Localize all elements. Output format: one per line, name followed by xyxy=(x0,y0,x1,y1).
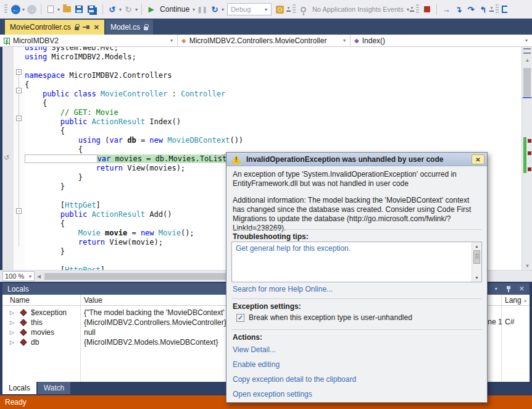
redo-dropdown-arrow[interactable]: ▾ xyxy=(135,7,138,12)
debug-configuration-combo[interactable]: Debug ▾ xyxy=(227,3,272,15)
window-position-dropdown-icon[interactable]: ▾ xyxy=(495,286,497,292)
tab-model-cs[interactable]: Model.cs xyxy=(106,20,153,35)
code-line[interactable]: { xyxy=(25,99,522,108)
code-line[interactable]: public class MovieController : Controlle… xyxy=(25,90,522,99)
pin-icon[interactable] xyxy=(505,285,512,293)
application-insights-dropdown-arrow[interactable]: ▾ xyxy=(407,7,409,12)
code-line[interactable] xyxy=(25,62,522,71)
tip-link[interactable]: Get general help for this exception. xyxy=(236,244,351,253)
scroll-up-arrow[interactable]: ▲ xyxy=(522,57,532,63)
toolbar-grip[interactable] xyxy=(4,4,7,14)
step-into-button[interactable]: ↴ xyxy=(454,2,463,16)
open-file-button[interactable] xyxy=(62,2,72,16)
new-item-button[interactable] xyxy=(46,2,56,16)
column-header-value[interactable]: Value xyxy=(84,295,102,305)
fold-collapse-button[interactable]: - xyxy=(16,116,22,121)
continue-dropdown-arrow[interactable]: ▾ xyxy=(193,7,195,12)
continue-button[interactable]: ▶ xyxy=(146,2,156,16)
expand-triangle-icon[interactable]: ▷ xyxy=(10,327,14,337)
break-checkbox[interactable]: ✓ xyxy=(236,314,244,322)
code-token: HttpPost xyxy=(65,266,101,270)
scroll-left-arrow[interactable]: ◀ xyxy=(37,274,41,279)
break-all-button[interactable]: ❚❚ xyxy=(197,2,207,16)
toolbar-overflow-button[interactable]: ▾▬ xyxy=(286,7,291,12)
stop-debugging-button[interactable] xyxy=(422,2,432,16)
code-text: // GET: Movie xyxy=(60,108,118,117)
scroll-up-arrow[interactable]: ▲ xyxy=(523,298,528,303)
code-line[interactable]: using System.Web.Mvc; xyxy=(25,47,522,53)
editor-vertical-scrollbar[interactable]: ▲ ▼ xyxy=(522,47,532,270)
scroll-up-arrow[interactable]: ▲ xyxy=(472,244,481,248)
toolbar-overflow-button[interactable]: ▾▬ xyxy=(410,7,414,12)
undo-dropdown-arrow[interactable]: ▾ xyxy=(119,7,122,12)
expand-triangle-icon[interactable]: ▷ xyxy=(10,308,14,318)
navigate-back-button[interactable]: ← xyxy=(10,2,20,16)
stop-icon xyxy=(424,6,430,12)
troubleshooting-tips-listbox[interactable]: Get general help for this exception. ▲ ▼ xyxy=(231,242,482,282)
step-out-button[interactable]: ↰ xyxy=(478,2,488,16)
exception-dialog-titlebar[interactable]: InvalidOperationException was unhandled … xyxy=(227,153,487,166)
undo-button[interactable]: ↺ xyxy=(107,2,117,16)
restart-button[interactable]: ↻ xyxy=(210,2,220,16)
show-next-statement-button[interactable]: → xyxy=(441,2,451,16)
code-line[interactable]: { xyxy=(25,127,522,136)
tab-moviecontroller-cs[interactable]: MovieController.cs ✕ xyxy=(5,20,104,35)
editor-splitter-handle[interactable] xyxy=(523,48,531,54)
column-header-lang[interactable]: Lang xyxy=(505,295,522,305)
action-enable-editing-link[interactable]: Enable editing xyxy=(233,360,280,369)
tab-watch[interactable]: Watch xyxy=(38,382,71,394)
type-dropdown[interactable]: ◈ MicroIMDBV2.Controllers.MovieControlle… xyxy=(178,35,351,46)
save-button[interactable] xyxy=(74,2,84,16)
tab-locals[interactable]: Locals xyxy=(2,382,36,394)
expand-triangle-icon[interactable]: ▷ xyxy=(10,318,14,327)
step-over-button[interactable]: ↷ xyxy=(466,2,476,16)
action-open-exception-settings-link[interactable]: Open exception settings xyxy=(233,390,312,398)
project-dropdown[interactable]: MicroIMDBV2 ▾ xyxy=(0,35,178,46)
code-line[interactable]: public ActionResult Index() xyxy=(25,117,522,127)
new-item-dropdown-arrow[interactable]: ▾ xyxy=(57,7,60,12)
code-line[interactable]: using (var db = new MovieDBContext()) xyxy=(25,136,522,145)
code-indent xyxy=(25,117,60,127)
fold-collapse-button[interactable]: - xyxy=(16,208,22,214)
action-view-detail-link[interactable]: View Detail... xyxy=(233,345,276,354)
code-indent xyxy=(25,108,60,117)
continue-label[interactable]: Continue xyxy=(160,5,189,14)
toolbar-overflow-button[interactable]: ▾▬ xyxy=(489,7,494,12)
find-button[interactable] xyxy=(275,2,285,16)
code-text: using (var db = new MovieDBContext()) xyxy=(78,136,243,145)
scroll-down-arrow[interactable]: ▼ xyxy=(522,263,532,269)
restart-dropdown-arrow[interactable]: ▾ xyxy=(222,7,224,12)
fold-collapse-button[interactable]: - xyxy=(16,88,22,93)
close-icon[interactable]: ✕ xyxy=(519,285,525,293)
code-line[interactable]: namespace MicroIMDBV2.Controllers xyxy=(25,71,522,80)
code-line[interactable]: using MicroIMDBV2.Models; xyxy=(25,53,522,62)
code-line[interactable]: // GET: Movie xyxy=(25,108,522,117)
code-token: MicroIMDBV2.Models; xyxy=(47,53,136,61)
application-insights-button[interactable] xyxy=(299,2,309,16)
fold-collapse-button[interactable]: - xyxy=(16,69,22,75)
code-line[interactable]: { xyxy=(25,80,522,90)
scrollbar-thumb[interactable] xyxy=(523,68,531,96)
expand-triangle-icon[interactable]: ▷ xyxy=(10,337,14,347)
close-button[interactable]: ✕ xyxy=(472,154,484,164)
toolbar-grip[interactable] xyxy=(293,4,296,14)
pin-icon[interactable] xyxy=(83,24,90,30)
action-copy-exception-detail-link[interactable]: Copy exception detail to the clipboard xyxy=(233,375,356,384)
application-insights-label[interactable]: No Application Insights Events xyxy=(312,6,404,13)
listbox-scrollbar[interactable]: ▲ ▼ xyxy=(472,242,481,282)
back-dropdown-arrow[interactable]: ▾ xyxy=(22,7,25,12)
scroll-down-arrow[interactable]: ▼ xyxy=(472,276,481,280)
navigate-forward-button[interactable]: → xyxy=(27,2,36,16)
search-help-online-link[interactable]: Search for more Help Online... xyxy=(233,285,333,293)
save-all-button[interactable] xyxy=(86,2,96,16)
code-token: { xyxy=(25,80,29,89)
scrollbar-thumb[interactable] xyxy=(473,250,480,264)
column-header-name[interactable]: Name xyxy=(10,295,30,305)
toolbar-grip[interactable] xyxy=(496,4,499,14)
redo-button[interactable]: ↻ xyxy=(123,2,133,16)
bookmark-icon-partial[interactable] xyxy=(502,6,507,13)
member-dropdown[interactable]: ◆ Index() ▾ xyxy=(351,35,532,46)
toolbar-grip[interactable] xyxy=(416,4,419,14)
close-icon[interactable]: ✕ xyxy=(94,23,99,32)
zoom-level-combo[interactable]: 100 % ▾ xyxy=(2,271,35,281)
